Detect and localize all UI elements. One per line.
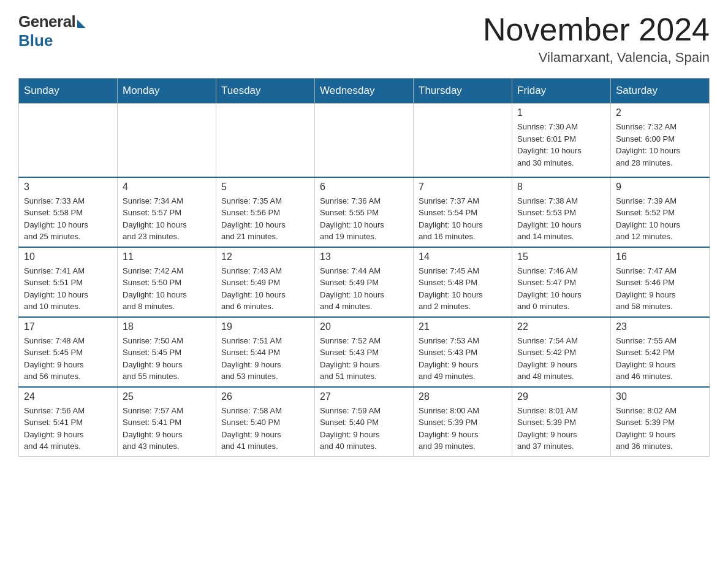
day-info: Sunrise: 7:55 AM Sunset: 5:42 PM Dayligh… — [616, 335, 704, 383]
day-info: Sunrise: 7:53 AM Sunset: 5:43 PM Dayligh… — [419, 335, 507, 383]
day-number: 30 — [616, 391, 704, 402]
day-number: 28 — [419, 391, 507, 402]
calendar-cell: 28Sunrise: 8:00 AM Sunset: 5:39 PM Dayli… — [414, 387, 512, 457]
day-info: Sunrise: 7:50 AM Sunset: 5:45 PM Dayligh… — [123, 335, 211, 383]
day-info: Sunrise: 8:02 AM Sunset: 5:39 PM Dayligh… — [616, 405, 704, 453]
day-info: Sunrise: 7:54 AM Sunset: 5:42 PM Dayligh… — [517, 335, 605, 383]
weekday-header-saturday: Saturday — [611, 79, 710, 104]
day-number: 8 — [517, 182, 605, 193]
day-info: Sunrise: 7:32 AM Sunset: 6:00 PM Dayligh… — [616, 121, 704, 169]
day-info: Sunrise: 7:36 AM Sunset: 5:55 PM Dayligh… — [320, 195, 408, 243]
calendar-cell: 12Sunrise: 7:43 AM Sunset: 5:49 PM Dayli… — [216, 247, 315, 317]
calendar-cell — [216, 104, 315, 177]
calendar-cell: 5Sunrise: 7:35 AM Sunset: 5:56 PM Daylig… — [216, 177, 315, 247]
calendar-cell — [118, 104, 216, 177]
day-number: 18 — [123, 321, 211, 332]
calendar-week-row: 1Sunrise: 7:30 AM Sunset: 6:01 PM Daylig… — [19, 104, 710, 177]
calendar-cell: 25Sunrise: 7:57 AM Sunset: 5:41 PM Dayli… — [118, 387, 216, 457]
day-info: Sunrise: 7:46 AM Sunset: 5:47 PM Dayligh… — [517, 265, 605, 313]
calendar-cell: 17Sunrise: 7:48 AM Sunset: 5:45 PM Dayli… — [19, 317, 118, 387]
title-section: November 2024 Vilamarxant, Valencia, Spa… — [483, 12, 710, 66]
day-info: Sunrise: 7:41 AM Sunset: 5:51 PM Dayligh… — [24, 265, 112, 313]
day-number: 2 — [616, 107, 704, 118]
calendar-cell: 7Sunrise: 7:37 AM Sunset: 5:54 PM Daylig… — [414, 177, 512, 247]
calendar-cell: 8Sunrise: 7:38 AM Sunset: 5:53 PM Daylig… — [512, 177, 611, 247]
day-number: 6 — [320, 182, 408, 193]
day-info: Sunrise: 7:47 AM Sunset: 5:46 PM Dayligh… — [616, 265, 704, 313]
calendar-cell: 6Sunrise: 7:36 AM Sunset: 5:55 PM Daylig… — [315, 177, 414, 247]
day-number: 27 — [320, 391, 408, 402]
weekday-header-wednesday: Wednesday — [315, 79, 414, 104]
logo-blue-text: Blue — [18, 31, 53, 50]
calendar-cell: 21Sunrise: 7:53 AM Sunset: 5:43 PM Dayli… — [414, 317, 512, 387]
day-info: Sunrise: 7:56 AM Sunset: 5:41 PM Dayligh… — [24, 405, 112, 453]
calendar-week-row: 3Sunrise: 7:33 AM Sunset: 5:58 PM Daylig… — [19, 177, 710, 247]
day-info: Sunrise: 7:57 AM Sunset: 5:41 PM Dayligh… — [123, 405, 211, 453]
calendar-cell: 14Sunrise: 7:45 AM Sunset: 5:48 PM Dayli… — [414, 247, 512, 317]
day-number: 14 — [419, 251, 507, 262]
calendar-cell: 18Sunrise: 7:50 AM Sunset: 5:45 PM Dayli… — [118, 317, 216, 387]
month-title: November 2024 — [483, 12, 710, 47]
calendar-cell: 15Sunrise: 7:46 AM Sunset: 5:47 PM Dayli… — [512, 247, 611, 317]
calendar-table: SundayMondayTuesdayWednesdayThursdayFrid… — [18, 78, 710, 457]
day-info: Sunrise: 8:00 AM Sunset: 5:39 PM Dayligh… — [419, 405, 507, 453]
calendar-cell: 23Sunrise: 7:55 AM Sunset: 5:42 PM Dayli… — [611, 317, 710, 387]
calendar-cell: 10Sunrise: 7:41 AM Sunset: 5:51 PM Dayli… — [19, 247, 118, 317]
weekday-header-monday: Monday — [118, 79, 216, 104]
day-number: 26 — [221, 391, 309, 402]
day-info: Sunrise: 7:34 AM Sunset: 5:57 PM Dayligh… — [123, 195, 211, 243]
day-number: 7 — [419, 182, 507, 193]
calendar-cell: 11Sunrise: 7:42 AM Sunset: 5:50 PM Dayli… — [118, 247, 216, 317]
calendar-cell: 3Sunrise: 7:33 AM Sunset: 5:58 PM Daylig… — [19, 177, 118, 247]
day-info: Sunrise: 7:39 AM Sunset: 5:52 PM Dayligh… — [616, 195, 704, 243]
day-info: Sunrise: 8:01 AM Sunset: 5:39 PM Dayligh… — [517, 405, 605, 453]
day-info: Sunrise: 7:59 AM Sunset: 5:40 PM Dayligh… — [320, 405, 408, 453]
day-number: 13 — [320, 251, 408, 262]
weekday-header-tuesday: Tuesday — [216, 79, 315, 104]
day-number: 20 — [320, 321, 408, 332]
day-number: 12 — [221, 251, 309, 262]
calendar-cell: 4Sunrise: 7:34 AM Sunset: 5:57 PM Daylig… — [118, 177, 216, 247]
calendar-cell — [19, 104, 118, 177]
day-number: 3 — [24, 182, 112, 193]
calendar-week-row: 24Sunrise: 7:56 AM Sunset: 5:41 PM Dayli… — [19, 387, 710, 457]
calendar-cell: 13Sunrise: 7:44 AM Sunset: 5:49 PM Dayli… — [315, 247, 414, 317]
day-info: Sunrise: 7:43 AM Sunset: 5:49 PM Dayligh… — [221, 265, 309, 313]
day-info: Sunrise: 7:30 AM Sunset: 6:01 PM Dayligh… — [517, 121, 605, 169]
location-title: Vilamarxant, Valencia, Spain — [483, 50, 710, 66]
calendar-cell — [414, 104, 512, 177]
calendar-cell: 20Sunrise: 7:52 AM Sunset: 5:43 PM Dayli… — [315, 317, 414, 387]
weekday-header-row: SundayMondayTuesdayWednesdayThursdayFrid… — [19, 79, 710, 104]
calendar-cell: 1Sunrise: 7:30 AM Sunset: 6:01 PM Daylig… — [512, 104, 611, 177]
calendar-week-row: 10Sunrise: 7:41 AM Sunset: 5:51 PM Dayli… — [19, 247, 710, 317]
calendar-cell: 19Sunrise: 7:51 AM Sunset: 5:44 PM Dayli… — [216, 317, 315, 387]
day-info: Sunrise: 7:52 AM Sunset: 5:43 PM Dayligh… — [320, 335, 408, 383]
day-info: Sunrise: 7:51 AM Sunset: 5:44 PM Dayligh… — [221, 335, 309, 383]
day-number: 4 — [123, 182, 211, 193]
logo: General Blue — [18, 12, 86, 50]
day-number: 21 — [419, 321, 507, 332]
day-info: Sunrise: 7:38 AM Sunset: 5:53 PM Dayligh… — [517, 195, 605, 243]
day-info: Sunrise: 7:35 AM Sunset: 5:56 PM Dayligh… — [221, 195, 309, 243]
day-number: 1 — [517, 107, 605, 118]
day-number: 24 — [24, 391, 112, 402]
page-header: General Blue November 2024 Vilamarxant, … — [18, 12, 710, 66]
day-info: Sunrise: 7:44 AM Sunset: 5:49 PM Dayligh… — [320, 265, 408, 313]
day-info: Sunrise: 7:45 AM Sunset: 5:48 PM Dayligh… — [419, 265, 507, 313]
calendar-cell: 30Sunrise: 8:02 AM Sunset: 5:39 PM Dayli… — [611, 387, 710, 457]
logo-general-text: General — [18, 12, 75, 31]
day-number: 16 — [616, 251, 704, 262]
day-info: Sunrise: 7:37 AM Sunset: 5:54 PM Dayligh… — [419, 195, 507, 243]
day-info: Sunrise: 7:48 AM Sunset: 5:45 PM Dayligh… — [24, 335, 112, 383]
day-info: Sunrise: 7:42 AM Sunset: 5:50 PM Dayligh… — [123, 265, 211, 313]
day-info: Sunrise: 7:58 AM Sunset: 5:40 PM Dayligh… — [221, 405, 309, 453]
weekday-header-sunday: Sunday — [19, 79, 118, 104]
day-number: 22 — [517, 321, 605, 332]
weekday-header-thursday: Thursday — [414, 79, 512, 104]
day-number: 17 — [24, 321, 112, 332]
day-number: 19 — [221, 321, 309, 332]
day-number: 23 — [616, 321, 704, 332]
calendar-cell: 9Sunrise: 7:39 AM Sunset: 5:52 PM Daylig… — [611, 177, 710, 247]
calendar-cell: 16Sunrise: 7:47 AM Sunset: 5:46 PM Dayli… — [611, 247, 710, 317]
day-number: 10 — [24, 251, 112, 262]
